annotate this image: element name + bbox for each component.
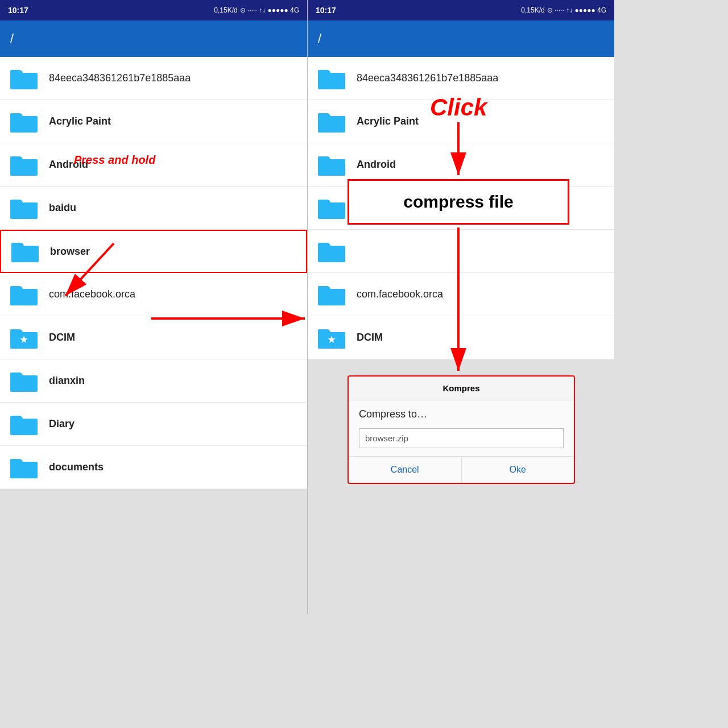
click-label: Click xyxy=(430,94,487,121)
star-folder-icon: ★ xyxy=(317,326,346,350)
folder-icon xyxy=(317,110,346,134)
right-time: 10:17 xyxy=(316,6,336,15)
dialog-ok-button[interactable]: Oke xyxy=(462,457,574,483)
file-name: browser xyxy=(50,246,90,258)
file-name: Acrylic Paint xyxy=(357,115,419,127)
right-status-right: 0,15K/d ⊙ ····· ↑↓ ●●●●● 4G xyxy=(521,6,606,14)
file-name: 84eeca348361261b7e1885aaa xyxy=(357,72,498,84)
right-path: / xyxy=(318,31,321,46)
file-name: baidu xyxy=(49,202,76,214)
list-item[interactable]: Diary xyxy=(0,403,307,446)
press-hold-label: Press and hold xyxy=(74,154,155,167)
list-item[interactable]: com.facebook.orca xyxy=(308,273,614,316)
file-name: com.facebook.orca xyxy=(49,288,135,300)
folder-icon xyxy=(317,283,346,307)
left-top-bar: / xyxy=(0,20,307,57)
left-signal: ⊙ ····· ↑↓ ●●●●● 4G xyxy=(240,6,299,14)
list-item[interactable]: 84eeca348361261b7e1885aaa xyxy=(0,57,307,100)
list-item[interactable]: baidu xyxy=(0,187,307,230)
folder-icon xyxy=(9,283,39,307)
folder-icon xyxy=(9,67,39,90)
folder-icon xyxy=(10,239,40,263)
file-name: Acrylic Paint xyxy=(49,115,111,127)
left-file-list[interactable]: 84eeca348361261b7e1885aaa Acrylic Paint … xyxy=(0,57,307,489)
file-name: documents xyxy=(49,461,104,473)
folder-icon xyxy=(9,110,39,134)
right-network: 0,15K/d xyxy=(521,6,544,14)
folder-icon xyxy=(9,456,39,479)
svg-text:★: ★ xyxy=(327,334,336,345)
left-panel: 10:17 0,15K/d ⊙ ····· ↑↓ ●●●●● 4G / 84ee… xyxy=(0,0,307,614)
folder-icon xyxy=(317,67,346,90)
compress-file-label: compress file xyxy=(403,192,513,212)
right-signal: ⊙ ····· ↑↓ ●●●●● 4G xyxy=(547,6,606,14)
list-item[interactable]: dianxin xyxy=(0,359,307,403)
file-name: dianxin xyxy=(49,375,85,387)
file-name: Diary xyxy=(49,418,75,430)
list-item[interactable]: documents xyxy=(0,446,307,489)
dialog-compress-to: Compress to… xyxy=(349,400,574,425)
left-path: / xyxy=(10,31,14,46)
dialog-title: Kompres xyxy=(349,377,574,400)
folder-icon xyxy=(317,196,346,220)
list-item[interactable]: Acrylic Paint xyxy=(0,100,307,143)
dialog-cancel-button[interactable]: Cancel xyxy=(349,457,462,483)
folder-icon xyxy=(317,239,346,263)
list-item-browser-right[interactable] xyxy=(308,230,614,273)
folder-icon xyxy=(9,196,39,220)
compress-file-box[interactable]: compress file xyxy=(348,179,569,225)
right-status-bar: 10:17 0,15K/d ⊙ ····· ↑↓ ●●●●● 4G xyxy=(308,0,614,20)
folder-icon xyxy=(317,153,346,177)
right-top-bar: / xyxy=(308,20,614,57)
star-folder-icon: ★ xyxy=(9,326,39,350)
folder-icon xyxy=(9,369,39,393)
dialog-buttons: Cancel Oke xyxy=(349,456,574,483)
left-status-bar: 10:17 0,15K/d ⊙ ····· ↑↓ ●●●●● 4G xyxy=(0,0,307,20)
dialog-filename-input[interactable] xyxy=(359,428,564,448)
left-time: 10:17 xyxy=(8,6,28,15)
left-status-right: 0,15K/d ⊙ ····· ↑↓ ●●●●● 4G xyxy=(214,6,299,14)
file-name: com.facebook.orca xyxy=(357,288,443,300)
svg-text:★: ★ xyxy=(19,334,28,345)
list-item[interactable]: Android Press and hold xyxy=(0,143,307,187)
file-name: DCIM xyxy=(357,332,383,344)
list-item[interactable]: com.facebook.orca xyxy=(0,273,307,316)
folder-icon xyxy=(9,153,39,177)
file-name: Android xyxy=(357,159,396,171)
list-item-browser[interactable]: browser xyxy=(0,230,307,273)
right-panel: 10:17 0,15K/d ⊙ ····· ↑↓ ●●●●● 4G / 84ee… xyxy=(307,0,614,614)
file-name: 84eeca348361261b7e1885aaa xyxy=(49,72,191,84)
file-name: DCIM xyxy=(49,332,75,344)
list-item[interactable]: ★ DCIM xyxy=(0,316,307,359)
left-network: 0,15K/d xyxy=(214,6,237,14)
compress-dialog[interactable]: Kompres Compress to… Cancel Oke xyxy=(348,375,575,484)
folder-icon xyxy=(9,412,39,436)
list-item[interactable]: ★ DCIM xyxy=(308,316,614,359)
